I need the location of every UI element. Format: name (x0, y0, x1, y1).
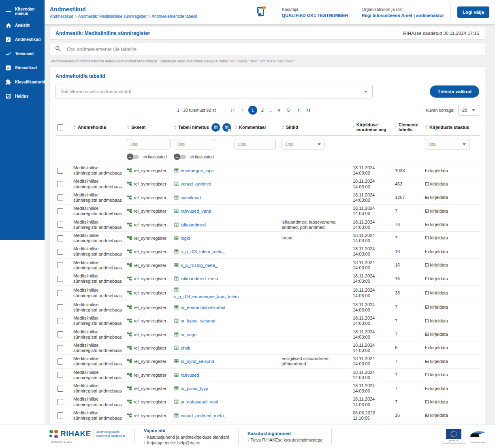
cell-muutmise-aeg: 18.11.2024 14:03:00 (351, 231, 393, 245)
user-label: Kasutaja: (282, 7, 348, 12)
cell-muutmise-aeg: 18.11.2024 14:03:00 (351, 301, 393, 314)
row-checkbox[interactable] (57, 290, 63, 296)
last-page-icon[interactable] (303, 105, 313, 115)
storage-multiselect[interactable]: Vali filtreerimiseks andmehoidla(d) (55, 85, 373, 98)
sidebar-item-collapse-menu[interactable]: Kitsendan menüü (0, 4, 45, 18)
page-current[interactable]: 1 (248, 106, 257, 115)
table-link[interactable]: sr_nabavaadi_vool (181, 399, 218, 404)
cell-staatus: Ei kirjeldata (423, 301, 480, 314)
row-checkbox[interactable] (57, 372, 63, 378)
table-link[interactable]: isikuandmed (181, 222, 206, 227)
row-checkbox[interactable] (57, 358, 63, 365)
column-header-kommentaar[interactable]: Kommentaar (235, 125, 278, 130)
table-link[interactable]: sr_synd_seisund (181, 359, 214, 364)
table-link[interactable]: enneaegne_laps (181, 168, 213, 173)
table-link[interactable]: s_p_r01log_meta_ (181, 263, 218, 268)
clear-selection-button[interactable]: Tühista valikud (430, 85, 479, 98)
table-link[interactable]: sr_lapse_seisund (181, 318, 215, 323)
row-checkbox[interactable] (57, 276, 63, 282)
row-checkbox[interactable] (57, 399, 63, 405)
sidebar-item-sonastikud[interactable]: A Sõnastikud (0, 61, 45, 75)
table-link[interactable]: sr_emaantibiootikumid (181, 305, 225, 310)
main-content: Andmestik: Meditsiiniline sünniregister … (49, 27, 485, 448)
column-header-sildid[interactable]: Sildid (282, 125, 350, 130)
table-link[interactable]: ehak (181, 346, 190, 350)
row-checkbox[interactable] (57, 235, 63, 241)
cell-andmehoidla: Meditsiinilise sünniregistri andmebaas (72, 355, 125, 368)
table-link[interactable]: sr_piima_tyyp (181, 386, 208, 391)
org-block: Organisatsioon ja roll: Riigi Infosüstee… (362, 7, 444, 18)
next-page-icon[interactable] (294, 105, 303, 115)
breadcrumb-link[interactable]: Andmestikud (50, 14, 73, 19)
row-checkbox[interactable] (57, 168, 63, 174)
table-link[interactable]: sr_sugu (181, 332, 196, 337)
sidebar-item-andmestikud[interactable]: Andmestikud (0, 32, 45, 47)
filter-input-skeem[interactable]: Otsi (127, 139, 171, 149)
row-checkbox[interactable] (57, 345, 63, 351)
row-checkbox[interactable] (57, 249, 63, 255)
table-link[interactable]: isikuandmed_meta_ (181, 276, 220, 281)
sidebar-item-klassifikaatorid[interactable]: Klassifikaatorid (0, 75, 45, 89)
row-checkbox[interactable] (57, 194, 63, 201)
row-checkbox[interactable] (57, 412, 63, 418)
row-checkbox[interactable] (57, 222, 63, 228)
search-input[interactable] (67, 47, 480, 52)
column-header-elemente-tabelis[interactable]: Elemente tabelis (395, 122, 422, 132)
row-checkbox[interactable] (57, 208, 63, 214)
table-link[interactable]: s_p_r08_enneaegne_laps_tulem (174, 294, 239, 299)
table-link[interactable]: s_p_r08_tulem_meta_ (181, 249, 225, 254)
cell-staatus: Ei kirjeldata (423, 355, 480, 368)
cell-sildid (280, 205, 351, 218)
cell-elemente: 7 (393, 205, 423, 218)
column-header-tabeli-nimetus[interactable]: Tabeli nimetus (174, 123, 231, 132)
table-link[interactable]: rahvused (181, 373, 199, 378)
cell-skeem: rel_synniregister (125, 395, 172, 409)
table-link[interactable]: synnikaart (181, 195, 201, 200)
row-checkbox[interactable] (57, 262, 63, 268)
table-link[interactable]: rahvused_vana (181, 209, 211, 213)
help-link[interactable]: ›Kasutusjuhend ja andmekirjelduse standa… (144, 435, 229, 439)
cell-staatus: Ei kirjeldata (423, 164, 480, 177)
clipboard-notification-icon[interactable]: 1 (256, 6, 266, 19)
breadcrumb-link[interactable]: Andmestik: Meditsiiniline sünniregister (78, 14, 147, 19)
filter-input-tabeli-nimetus[interactable]: Otsi (174, 139, 215, 149)
footer-terms-column: Kasutustingimused ›Tutvu RIHAKEse kasutu… (248, 431, 322, 442)
page-number[interactable]: 4 (274, 106, 283, 115)
terms-link[interactable]: ›Tutvu RIHAKEse kasutustingimustega (248, 437, 322, 442)
page-number[interactable]: 5 (284, 106, 293, 115)
row-checkbox[interactable] (57, 386, 63, 392)
first-page-icon[interactable] (228, 105, 238, 115)
table-link[interactable]: riigid (181, 236, 190, 241)
sidebar-item-teenused[interactable]: Teenused (0, 47, 45, 61)
sidebar-item-haldus[interactable]: Haldus (0, 89, 45, 103)
column-header-andmehoidla[interactable]: Andmehoidla (73, 125, 124, 130)
logout-button[interactable]: Logi välja (457, 6, 489, 18)
filter-input-kommentaar[interactable]: Otsi (235, 139, 276, 149)
estonia-bird-logo: Eesti tuleviku heaks (470, 430, 486, 443)
row-checkbox[interactable] (57, 318, 63, 324)
table-row: Meditsiinilise sünniregistri andmebaasre… (55, 314, 480, 328)
prev-page-icon[interactable] (238, 105, 248, 115)
page-number[interactable]: 2 (258, 106, 267, 115)
deleted-toggle-skeem[interactable]: – (127, 154, 140, 160)
sidebar-item-avaleht[interactable]: Avaleht (0, 18, 45, 32)
per-page-select[interactable]: 20 (458, 105, 479, 116)
cell-staatus: Ei kirjeldata (423, 205, 480, 218)
column-header-kirjelduse-muutmise-aeg[interactable]: Kirjelduse muutmise aeg (353, 122, 392, 132)
deleted-toggle-tabel[interactable]: – (174, 154, 187, 160)
row-checkbox[interactable] (57, 304, 63, 310)
filter-select-sildid[interactable]: Otsi (282, 139, 324, 149)
select-all-checkbox[interactable] (57, 124, 63, 130)
table-link[interactable]: vanad_andmed (181, 181, 211, 186)
filter-select-staatus[interactable]: Otsi (425, 139, 469, 149)
column-header-skeem[interactable]: Skeem (127, 125, 171, 130)
row-checkbox[interactable] (57, 331, 63, 337)
row-checkbox[interactable] (57, 181, 63, 187)
cell-muutmise-aeg: 18.11.2024 14:03:00 (351, 177, 393, 191)
tables-view-icon-button[interactable] (211, 123, 220, 132)
help-link[interactable]: ›Kirjutage meile: help@ria.ee (144, 440, 229, 445)
tables-alt-view-icon-button[interactable] (222, 123, 231, 132)
column-header-kirjelduste-staatus[interactable]: Kirjelduste staatus (425, 125, 478, 130)
cell-andmehoidla: Meditsiinilise sünniregistri andmebaas (72, 205, 125, 218)
table-link[interactable]: vanad_andmed_meta_ (181, 413, 226, 418)
